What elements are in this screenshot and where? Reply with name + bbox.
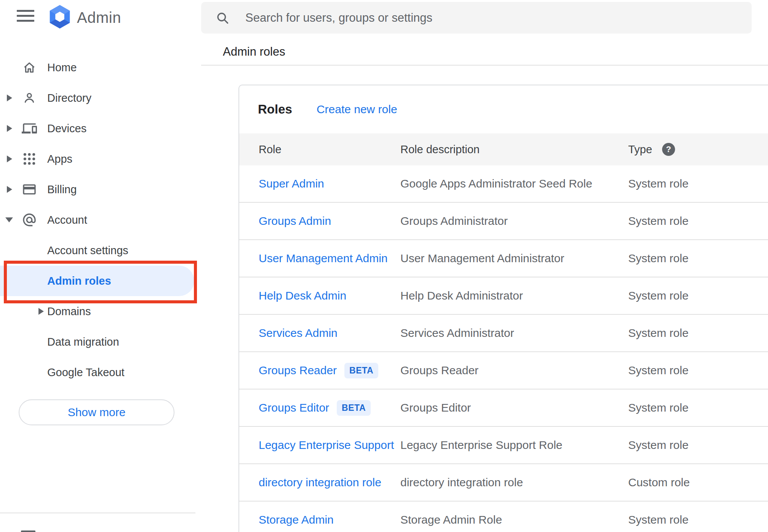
table-row: directory integration role directory int… xyxy=(239,464,768,502)
role-description: Storage Admin Role xyxy=(400,513,628,526)
table-row: Storage Admin Storage Admin Role System … xyxy=(239,502,768,532)
role-description: Services Administrator xyxy=(400,327,628,340)
sidebar-item-label: Domains xyxy=(47,305,91,318)
role-link[interactable]: Groups Admin xyxy=(259,215,331,228)
sidebar-item-label: Google Takeout xyxy=(47,366,125,379)
role-type: System role xyxy=(628,215,768,228)
sidebar-item-label: Devices xyxy=(47,122,86,135)
roles-title: Roles xyxy=(258,102,292,117)
sidebar-item-label: Billing xyxy=(47,183,77,196)
table-row: Super Admin Google Apps Administrator Se… xyxy=(239,165,768,203)
expand-arrow-icon[interactable] xyxy=(38,308,44,315)
roles-table-header: Role Role description Type ? xyxy=(239,133,768,165)
sidebar-item-label: Admin roles xyxy=(47,275,111,287)
role-link[interactable]: Help Desk Admin xyxy=(259,289,346,302)
roles-card-header: Roles Create new role xyxy=(239,85,768,133)
apps-grid-icon xyxy=(22,151,37,167)
person-icon xyxy=(22,90,37,106)
table-row: Services Admin Services Administrator Sy… xyxy=(239,315,768,352)
sidebar-item-label: Account settings xyxy=(47,244,128,257)
role-link[interactable]: Groups Editor xyxy=(259,401,329,414)
role-link[interactable]: Legacy Enterprise Support xyxy=(259,439,394,452)
role-link[interactable]: directory integration role xyxy=(259,476,381,489)
sidebar-nav: Home Directory Devices App xyxy=(0,52,202,388)
column-header-role: Role xyxy=(259,143,400,156)
admin-logo[interactable]: Admin xyxy=(49,5,121,30)
table-row: Help Desk Admin Help Desk Administrator … xyxy=(239,277,768,315)
expand-arrow-icon[interactable] xyxy=(7,95,12,101)
role-link[interactable]: Services Admin xyxy=(259,327,338,340)
role-link[interactable]: Groups Reader xyxy=(259,364,337,377)
table-row: User Management Admin User Management Ad… xyxy=(239,240,768,277)
show-more-button[interactable]: Show more xyxy=(19,399,174,425)
credit-card-icon xyxy=(22,182,37,197)
role-type: Custom role xyxy=(628,476,768,489)
sidebar-item-label: Directory xyxy=(47,92,91,104)
expand-arrow-icon[interactable] xyxy=(7,125,12,132)
header-divider xyxy=(201,65,768,66)
sidebar-item-label: Home xyxy=(47,61,77,74)
sidebar-item-google-takeout[interactable]: Google Takeout xyxy=(0,357,202,388)
sidebar-item-domains[interactable]: Domains xyxy=(0,296,202,327)
role-description: Groups Administrator xyxy=(400,215,628,228)
help-icon[interactable]: ? xyxy=(662,143,675,156)
role-type: System role xyxy=(628,252,768,265)
sidebar-item-admin-roles[interactable]: Admin roles xyxy=(0,266,202,296)
role-description: Legacy Enterprise Support Role xyxy=(400,439,628,452)
sidebar-item-apps[interactable]: Apps xyxy=(0,144,202,174)
product-name: Admin xyxy=(77,9,121,26)
sidebar-bottom-divider xyxy=(0,513,195,513)
role-description: Google Apps Administrator Seed Role xyxy=(400,177,628,190)
at-icon xyxy=(22,212,37,228)
role-type: System role xyxy=(628,439,768,452)
role-type: System role xyxy=(628,177,768,190)
table-row: Groups Reader BETA Groups Reader System … xyxy=(239,352,768,389)
sidebar-item-data-migration[interactable]: Data migration xyxy=(0,327,202,357)
table-row: Groups Editor BETA Groups Editor System … xyxy=(239,389,768,427)
sidebar-item-label: Account xyxy=(47,214,87,226)
role-link[interactable]: Super Admin xyxy=(259,177,324,190)
sidebar-item-account-settings[interactable]: Account settings xyxy=(0,235,202,266)
sidebar-item-label: Data migration xyxy=(47,336,119,348)
clipped-sidebar-icon xyxy=(21,530,35,532)
role-description: directory integration role xyxy=(400,476,628,489)
sidebar-item-billing[interactable]: Billing xyxy=(0,174,202,205)
column-header-role-description: Role description xyxy=(400,143,628,156)
search-input[interactable] xyxy=(245,11,752,25)
breadcrumb: Admin roles xyxy=(223,45,285,59)
menu-hamburger-button[interactable] xyxy=(17,10,34,22)
role-description: Help Desk Administrator xyxy=(400,289,628,302)
roles-table-body: Super Admin Google Apps Administrator Se… xyxy=(239,165,768,532)
sidebar-item-devices[interactable]: Devices xyxy=(0,113,202,144)
roles-card: Roles Create new role Role Role descript… xyxy=(238,85,768,532)
table-row: Legacy Enterprise Support Legacy Enterpr… xyxy=(239,427,768,464)
role-type: System role xyxy=(628,327,768,340)
beta-badge: BETA xyxy=(337,400,371,416)
create-new-role-link[interactable]: Create new role xyxy=(317,103,397,116)
expand-arrow-icon[interactable] xyxy=(7,155,12,162)
devices-icon xyxy=(22,121,37,136)
role-link[interactable]: Storage Admin xyxy=(259,513,334,526)
expand-arrow-icon[interactable] xyxy=(7,186,12,193)
search-bar[interactable] xyxy=(201,2,752,34)
role-type: System role xyxy=(628,513,768,526)
role-description: User Management Administrator xyxy=(400,252,628,265)
column-header-type: Type ? xyxy=(628,143,768,156)
hamburger-bar xyxy=(17,20,34,22)
admin-logo-icon xyxy=(49,5,70,30)
role-type: System role xyxy=(628,401,768,414)
role-description: Groups Reader xyxy=(400,364,628,377)
hamburger-bar xyxy=(17,15,34,17)
role-link[interactable]: User Management Admin xyxy=(259,252,388,265)
sidebar-item-account[interactable]: Account xyxy=(0,205,202,235)
role-type: System role xyxy=(628,289,768,302)
table-row: Groups Admin Groups Administrator System… xyxy=(239,203,768,240)
role-type: System role xyxy=(628,364,768,377)
sidebar-item-home[interactable]: Home xyxy=(0,52,202,83)
beta-badge: BETA xyxy=(344,363,378,378)
collapse-arrow-icon[interactable] xyxy=(5,218,13,223)
home-icon xyxy=(22,60,37,75)
search-icon xyxy=(216,11,229,25)
sidebar-item-directory[interactable]: Directory xyxy=(0,83,202,113)
role-description: Groups Editor xyxy=(400,401,628,414)
